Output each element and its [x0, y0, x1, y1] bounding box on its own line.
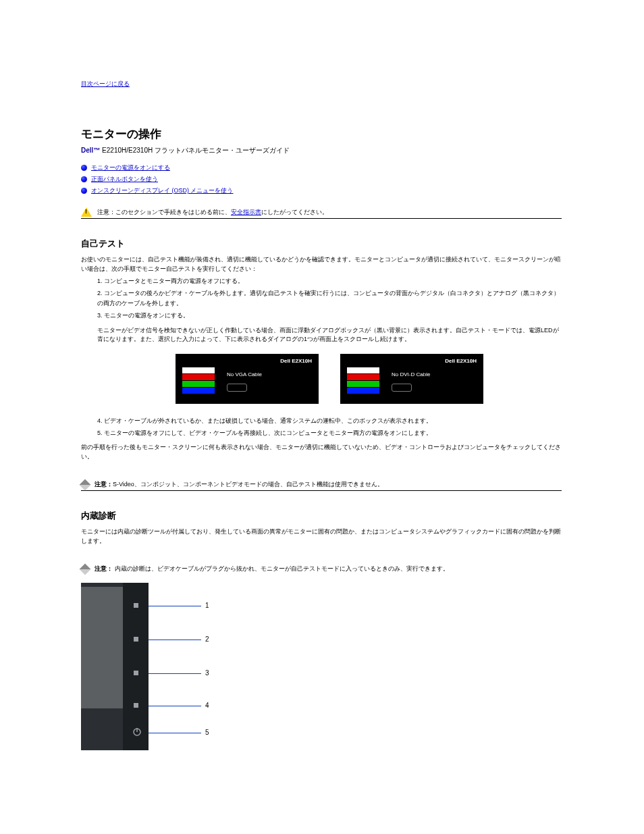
self-test-p2: モニターがビデオ信号を検知できないが正しく作動している場合、画面に浮動ダイアログ… — [81, 326, 563, 344]
safety-instructions-link[interactable]: 安全指示書 — [231, 209, 261, 215]
page-subtitle: Dell™ E2210H/E2310H フラットパネルモニター・ユーザーズガイド — [81, 146, 563, 155]
step-3: 3. モニターの電源をオンにする。 — [81, 311, 563, 320]
step-2: 2. コンピュータの後ろかビデオ・ケーブルを外します。適切な自己テストを確実に行… — [81, 288, 563, 308]
caution-suffix: にしたがってください。 — [261, 209, 328, 215]
button-3 — [134, 671, 138, 675]
power-icon — [132, 727, 142, 737]
floating-dialog-row: Dell E2X10H No VGA Cable Dell E2X10H No … — [176, 354, 563, 404]
self-test-p4: 前の手順を行った後もモニター・スクリーンに何も表示されない場合、モニターが適切に… — [81, 443, 563, 461]
note-label: 注意： — [95, 565, 113, 572]
toc-link-front-panel[interactable]: 正面パネルボタンを使う — [91, 175, 158, 184]
dialog-model-dvi: Dell E2X10H — [445, 358, 477, 364]
note-label: 注意： — [95, 481, 113, 488]
no-vga-dialog: Dell E2X10H No VGA Cable — [176, 354, 319, 404]
note-icon — [80, 479, 91, 491]
color-bars-icon — [347, 367, 379, 394]
note-body: S-Video、コンポジット、コンポーネントビデオモードの場合、自己テスト機能は… — [113, 481, 383, 488]
bullet-icon — [81, 165, 87, 171]
leader-number-4: 4 — [205, 702, 209, 709]
brand-name: Dell™ — [81, 147, 100, 154]
no-dvi-dialog: Dell E2X10H No DVI-D Cable — [340, 354, 483, 404]
note-svideo-text: 注意：S-Video、コンポジット、コンポーネントビデオモードの場合、自己テスト… — [95, 480, 383, 489]
caution-prefix: 注意：このセクションで手続きをはじめる前に、 — [97, 209, 231, 215]
toc-item-front-panel[interactable]: 正面パネルボタンを使う — [81, 175, 563, 184]
warning-icon — [81, 207, 92, 217]
toc-link-osd-menu[interactable]: オンスクリーンディスプレイ (OSD) メニューを使う — [91, 186, 234, 195]
note-body: 内蔵の診断は、ビデオケーブルがプラグから抜かれ、モニターが自己テストモードに入っ… — [113, 565, 449, 572]
leader-number-1: 1 — [205, 602, 209, 609]
dialog-model-vga: Dell E2X10H — [280, 358, 312, 364]
button-strip — [123, 583, 149, 750]
button-1 — [134, 603, 138, 608]
note-diag-text: 注意： 内蔵の診断は、ビデオケーブルがプラグから抜かれ、モニターが自己テストモー… — [95, 565, 449, 573]
subtitle-rest: E2210H/E2310H フラットパネルモニター・ユーザーズガイド — [100, 147, 290, 154]
vga-connector-icon — [227, 384, 247, 392]
back-to-toc-link[interactable]: 目次ページに戻る — [81, 80, 130, 87]
builtin-diag-p1: モニターには内蔵の診断ツールが付属しており、発生している画面の異常がモニターに固… — [81, 527, 563, 546]
toc-item-osd-menu[interactable]: オンスクリーンディスプレイ (OSD) メニューを使う — [81, 186, 563, 195]
toc-link-power-on[interactable]: モニターの電源をオンにする — [91, 163, 170, 172]
builtin-diag-heading: 内蔵診断 — [81, 510, 563, 522]
note-diag: 注意： 内蔵の診断は、ビデオケーブルがプラグから抜かれ、モニターが自己テストモー… — [81, 565, 562, 575]
color-bars-icon — [182, 367, 215, 394]
toc-bullet-list: モニターの電源をオンにする 正面パネルボタンを使う オンスクリーンディスプレイ … — [81, 163, 563, 195]
leader-line-2 — [149, 640, 201, 640]
leader-line-3 — [149, 673, 201, 674]
self-test-intro: お使いのモニターには、自己テスト機能が装備され、適切に機能しているかどうかを確認… — [81, 255, 563, 273]
dvi-connector-icon — [392, 384, 412, 392]
dialog-msg-dvi: No DVI-D Cable — [392, 371, 430, 377]
leader-number-2: 2 — [205, 635, 209, 643]
caution-text: 注意：このセクションで手続きをはじめる前に、安全指示書にしたがってください。 — [97, 208, 328, 217]
caution-bar: 注意：このセクションで手続きをはじめる前に、安全指示書にしたがってください。 — [81, 207, 562, 219]
leader-line-4 — [149, 706, 201, 706]
page-title: モニターの操作 — [81, 126, 563, 142]
note-icon — [80, 564, 91, 575]
leader-line-5 — [149, 733, 201, 733]
step-4: 4. ビデオ・ケーブルが外されているか、または破損している場合、通常システムの運… — [81, 416, 563, 425]
button-4 — [134, 703, 138, 708]
bullet-icon — [81, 176, 87, 182]
monitor-screen — [81, 587, 123, 708]
toc-item-power-on[interactable]: モニターの電源をオンにする — [81, 163, 563, 172]
dialog-msg-vga: No VGA Cable — [227, 371, 262, 377]
note-svideo: 注意：S-Video、コンポジット、コンポーネントビデオモードの場合、自己テスト… — [81, 480, 562, 491]
button-2 — [134, 637, 138, 642]
step-5: 5. モニターの電源をオフにして、ビデオ・ケーブルを再接続し、次にコンピュータと… — [81, 428, 563, 438]
step-1: 1. コンピュータとモニター両方の電源をオフにする。 — [81, 276, 563, 286]
leader-number-3: 3 — [205, 669, 209, 677]
self-test-heading: 自己テスト — [81, 238, 563, 250]
monitor-bezel-diagram: 1 2 3 4 5 — [81, 583, 203, 750]
bullet-icon — [81, 188, 87, 194]
leader-line-1 — [149, 606, 201, 606]
leader-number-5: 5 — [205, 729, 209, 736]
